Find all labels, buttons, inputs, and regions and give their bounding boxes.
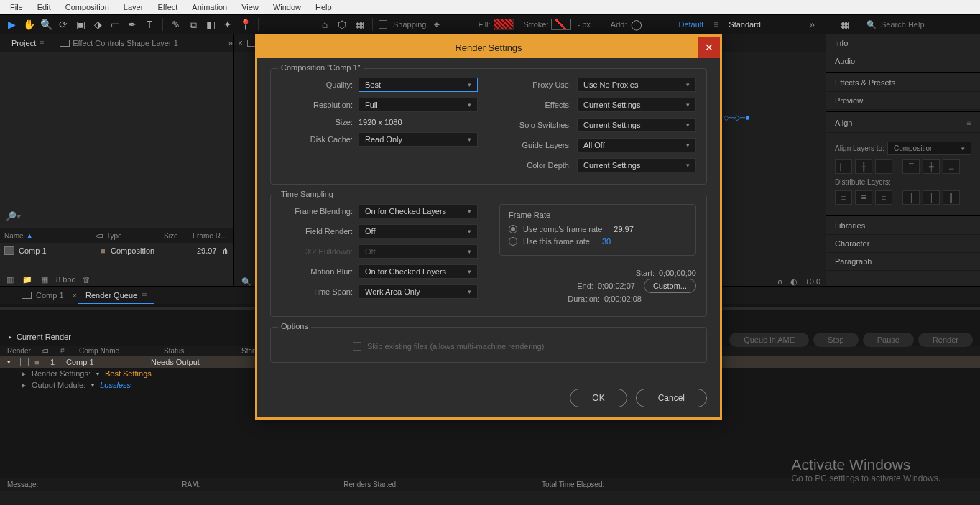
project-item-row[interactable]: Comp 1 ■ Composition 29.97 ⋔ [4,244,228,257]
brush-tool-icon[interactable]: ✎ [169,17,183,32]
align-right-icon[interactable]: ⎹ [875,159,892,174]
rotate-tool-icon[interactable]: ⟳ [56,17,70,32]
exposure-icon[interactable]: ◐ [790,277,798,287]
panel-menu-icon[interactable]: ≡ [39,38,44,48]
head-tag-icon[interactable]: 🏷 [42,347,55,355]
workspace-default[interactable]: Default [671,17,711,32]
eraser-tool-icon[interactable]: ◧ [203,17,218,32]
panel-menu-icon[interactable]: ≡ [142,290,147,300]
flowchart-icon[interactable]: ⋔ [222,246,228,256]
roto-tool-icon[interactable]: ✦ [221,17,235,32]
stroke-swatch[interactable] [551,19,571,30]
dist-left-icon[interactable]: ║ [902,190,920,205]
tab-effect-controls[interactable]: Effect Controls Shape Layer 1 [52,36,185,50]
proxy-use-select[interactable]: Use No Proxies▾ [577,78,696,92]
frame-rate-value[interactable]: 30 [602,237,611,246]
shape-tool-icon[interactable]: ▭ [108,17,122,32]
cancel-button[interactable]: Cancel [636,389,707,407]
head-status[interactable]: Status [164,347,236,355]
solo-switches-select[interactable]: Current Settings▾ [577,118,696,132]
use-comp-fr-radio[interactable]: Use comp's frame rate29.97 [509,225,687,233]
dist-bottom-icon[interactable]: ≡ [875,190,892,205]
trash-icon[interactable]: 🗑 [81,274,93,284]
menu-view[interactable]: View [234,3,266,11]
add-menu-icon[interactable]: ◯ [629,17,644,32]
workspace-standard[interactable]: Standard [721,17,768,32]
align-vcenter-icon[interactable]: ┿ [923,159,940,174]
dropdown-icon[interactable]: ▾ [91,382,94,389]
interpret-icon[interactable]: ▥ [4,274,16,284]
align-top-icon[interactable]: ⎺ [902,159,920,174]
col-size[interactable]: Size [164,232,193,240]
tab-close-icon[interactable]: × [238,38,243,48]
menu-window[interactable]: Window [266,3,308,11]
menu-layer[interactable]: Layer [116,3,151,11]
align-hcenter-icon[interactable]: ╂ [855,159,872,174]
puppet-tool-icon[interactable]: 📍 [238,17,252,32]
stroke-width[interactable]: - px [577,20,590,29]
selection-tool-icon[interactable]: ▶ [4,17,19,32]
head-compname[interactable]: Comp Name [79,347,158,355]
dropdown-icon[interactable]: ▾ [96,371,99,377]
panel-align[interactable]: Align≡ [826,113,980,133]
resolution-select[interactable]: Full▾ [359,98,478,112]
render-button[interactable]: Render [918,333,973,347]
align-target-select[interactable]: Composition▾ [887,142,971,155]
menu-composition[interactable]: Composition [58,3,116,11]
graph-icon[interactable]: ⬡ [335,17,349,32]
render-settings-link[interactable]: Best Settings [105,369,152,378]
menu-effect[interactable]: Effect [150,3,185,11]
workspace-overflow-icon[interactable]: » [809,19,815,30]
head-render[interactable]: Render [7,347,36,355]
dist-hcenter-icon[interactable]: ║ [923,190,940,205]
text-tool-icon[interactable]: T [142,17,157,32]
home-icon[interactable]: ⌂ [318,17,332,32]
time-span-select[interactable]: Work Area Only▾ [359,284,478,299]
pen-tool-icon[interactable]: ✒ [125,17,139,32]
head-num[interactable]: # [60,347,73,355]
snapping-checkbox[interactable] [379,20,387,29]
panel-libraries[interactable]: Libraries [826,217,980,235]
search-help-input[interactable] [881,20,974,29]
tree-icon[interactable]: ⋔ [777,277,783,287]
dist-right-icon[interactable]: ║ [943,190,960,205]
tab-comp1[interactable]: Comp 1 [14,288,71,302]
align-bottom-icon[interactable]: ⎽ [943,159,960,174]
new-comp-icon[interactable]: ▦ [39,274,50,284]
frame-blending-select[interactable]: On for Checked Layers▾ [359,204,478,218]
disclosure-icon[interactable]: ▶ [22,371,26,377]
disk-cache-select[interactable]: Read Only▾ [359,132,478,147]
panel-menu-icon[interactable]: ▦ [837,17,851,32]
snap-sub-icon[interactable]: ⌖ [430,17,444,32]
color-depth-select[interactable]: Current Settings▾ [577,158,696,172]
pan-behind-tool-icon[interactable]: ⬗ [91,17,105,32]
disclosure-icon[interactable]: ▸ [9,333,12,340]
exposure-value[interactable]: +0.0 [805,277,820,286]
guide-layers-select[interactable]: All Off▾ [577,138,696,152]
clone-tool-icon[interactable]: ⧉ [186,17,200,32]
effects-select[interactable]: Current Settings▾ [577,98,696,112]
fill-swatch[interactable] [494,19,514,30]
panel-paragraph[interactable]: Paragraph [826,253,980,271]
output-module-link[interactable]: Lossless [100,381,131,389]
panel-effects-presets[interactable]: Effects & Presets [826,74,980,92]
render-checkbox[interactable] [20,358,29,366]
panel-preview[interactable]: Preview [826,92,980,110]
project-search-icon[interactable]: 🔎▾ [6,211,21,221]
tab-close-icon[interactable]: × [73,291,77,300]
col-framerate[interactable]: Frame R... [193,232,228,240]
quality-select[interactable]: Best▾ [359,78,478,92]
field-render-select[interactable]: Off▾ [359,224,478,238]
disclosure-icon[interactable]: ▶ [22,382,26,389]
tag-icon[interactable]: 🏷 [96,232,106,240]
hand-tool-icon[interactable]: ✋ [22,17,36,32]
panel-menu-icon[interactable]: ≡ [966,118,971,128]
panel-audio[interactable]: Audio [826,52,980,70]
queue-ame-button[interactable]: Queue in AME [729,333,809,347]
ok-button[interactable]: OK [570,389,627,407]
item-tag[interactable]: ■ [101,246,111,255]
bpc-label[interactable]: 8 bpc [56,275,75,284]
custom-button[interactable]: Custom... [644,279,696,293]
col-type[interactable]: Type [106,232,164,240]
menu-file[interactable]: File [3,3,30,11]
